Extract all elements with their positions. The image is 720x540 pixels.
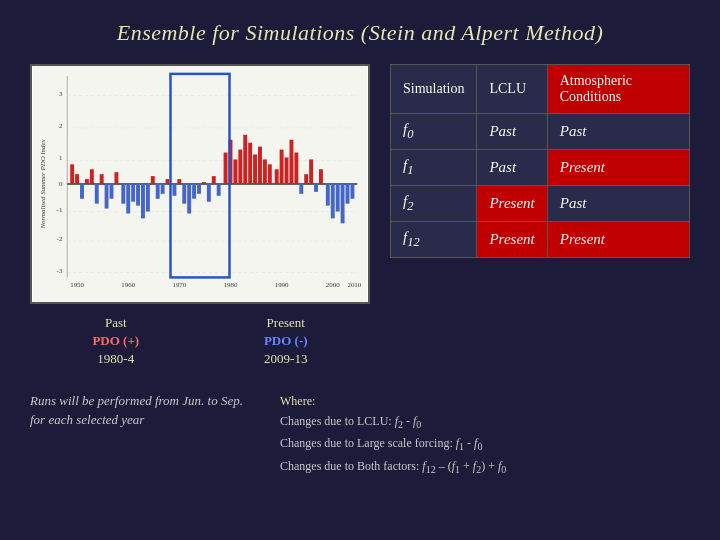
cell-f0-sim: f0 [391, 114, 477, 150]
where-line3: Changes due to Both factors: f12 – (f1 +… [280, 456, 690, 478]
svg-rect-71 [346, 184, 350, 204]
bottom-area: Runs will be performed from Jun. to Sep.… [30, 391, 690, 479]
legend-present-years: 2009-13 [264, 350, 308, 368]
svg-rect-17 [70, 164, 74, 184]
col-lclu: LCLU [477, 65, 547, 114]
legend-past-label1: Past [92, 314, 139, 332]
svg-text:2: 2 [59, 122, 63, 129]
svg-rect-19 [80, 184, 84, 199]
svg-rect-69 [336, 184, 340, 212]
svg-rect-29 [131, 184, 135, 202]
where-line2: Changes due to Large scale forcing: f1 -… [280, 433, 690, 455]
svg-rect-39 [182, 184, 186, 204]
svg-text:1: 1 [59, 154, 63, 161]
content-area: Normalised Summer PDO Index 3 2 1 0 -1 -… [30, 64, 690, 369]
cell-f1-atm: Present [547, 150, 689, 186]
cell-f2-sim: f2 [391, 186, 477, 222]
svg-rect-21 [90, 169, 94, 184]
svg-text:3: 3 [59, 90, 63, 97]
svg-rect-43 [202, 182, 206, 184]
runs-text: Runs will be performed from Jun. to Sep.… [30, 391, 250, 479]
main-page: Ensemble for Simulations (Stein and Alpe… [0, 0, 720, 540]
where-label: Where: [280, 391, 690, 411]
cell-f12-atm: Present [547, 222, 689, 258]
svg-rect-40 [187, 184, 191, 214]
svg-rect-30 [136, 184, 140, 206]
table-header-row: Simulation LCLU Atmospheric Conditions [391, 65, 690, 114]
svg-text:1960: 1960 [121, 281, 135, 288]
svg-rect-52 [248, 143, 252, 184]
svg-rect-23 [100, 174, 104, 184]
svg-rect-38 [177, 179, 181, 184]
legend-past-pdo: PDO (+) [92, 332, 139, 350]
chart-box: Normalised Summer PDO Index 3 2 1 0 -1 -… [30, 64, 370, 304]
cell-f2-lclu: Present [477, 186, 547, 222]
svg-rect-46 [217, 184, 221, 196]
svg-rect-68 [331, 184, 335, 218]
cell-f12-sim: f12 [391, 222, 477, 258]
chart-svg: Normalised Summer PDO Index 3 2 1 0 -1 -… [32, 66, 368, 302]
svg-rect-22 [95, 184, 99, 204]
legend-area: Past PDO (+) 1980-4 Present PDO (-) 2009… [30, 314, 370, 369]
svg-rect-60 [289, 140, 293, 184]
table-row-f1: f1 Past Present [391, 150, 690, 186]
svg-rect-59 [285, 157, 289, 184]
svg-rect-53 [253, 155, 257, 185]
where-section: Where: Changes due to LCLU: f2 - f0 Chan… [280, 391, 690, 479]
svg-rect-18 [75, 174, 79, 184]
svg-rect-24 [105, 184, 109, 209]
svg-rect-54 [258, 147, 262, 184]
cell-f12-lclu: Present [477, 222, 547, 258]
svg-text:-3: -3 [57, 267, 63, 274]
svg-rect-56 [268, 164, 272, 184]
svg-rect-31 [141, 184, 145, 218]
svg-rect-47 [224, 153, 228, 184]
table-row-f2: f2 Present Past [391, 186, 690, 222]
svg-text:0: 0 [59, 180, 63, 187]
svg-rect-63 [304, 174, 308, 184]
svg-text:-2: -2 [57, 235, 63, 242]
chart-container: Normalised Summer PDO Index 3 2 1 0 -1 -… [30, 64, 370, 369]
cell-f2-atm: Past [547, 186, 689, 222]
legend-past-years: 1980-4 [92, 350, 139, 368]
svg-rect-42 [197, 184, 201, 194]
svg-rect-61 [294, 153, 298, 184]
svg-rect-44 [207, 184, 211, 202]
page-title: Ensemble for Simulations (Stein and Alpe… [30, 20, 690, 46]
legend-present-label1: Present [264, 314, 308, 332]
where-line1: Changes due to LCLU: f2 - f0 [280, 411, 690, 433]
svg-rect-57 [275, 169, 279, 184]
cell-f1-lclu: Past [477, 150, 547, 186]
svg-rect-66 [319, 169, 323, 184]
svg-text:-1: -1 [57, 206, 63, 213]
svg-text:1970: 1970 [172, 281, 186, 288]
svg-rect-55 [263, 159, 267, 184]
svg-text:2010: 2010 [348, 281, 362, 288]
svg-text:1950: 1950 [70, 281, 84, 288]
legend-present-pdo: PDO (-) [264, 332, 308, 350]
legend-present: Present PDO (-) 2009-13 [264, 314, 308, 369]
svg-text:Normalised Summer PDO Index: Normalised Summer PDO Index [39, 139, 46, 229]
col-atm: Atmospheric Conditions [547, 65, 689, 114]
svg-rect-58 [280, 150, 284, 184]
svg-rect-49 [233, 159, 237, 184]
svg-rect-65 [314, 184, 318, 192]
svg-text:2000: 2000 [326, 281, 340, 288]
svg-rect-62 [299, 184, 303, 194]
svg-rect-50 [238, 150, 242, 184]
svg-rect-70 [341, 184, 345, 223]
cell-f0-lclu: Past [477, 114, 547, 150]
simulation-table: Simulation LCLU Atmospheric Conditions f… [390, 64, 690, 258]
svg-rect-45 [212, 176, 216, 184]
svg-rect-41 [192, 184, 196, 199]
svg-rect-36 [166, 179, 170, 184]
svg-rect-20 [85, 179, 89, 184]
table-row-f0: f0 Past Past [391, 114, 690, 150]
svg-rect-33 [151, 176, 155, 184]
svg-rect-64 [309, 159, 313, 184]
cell-f1-sim: f1 [391, 150, 477, 186]
svg-rect-35 [161, 184, 165, 194]
svg-rect-28 [126, 184, 130, 214]
svg-rect-37 [172, 184, 176, 196]
table-row-f12: f12 Present Present [391, 222, 690, 258]
